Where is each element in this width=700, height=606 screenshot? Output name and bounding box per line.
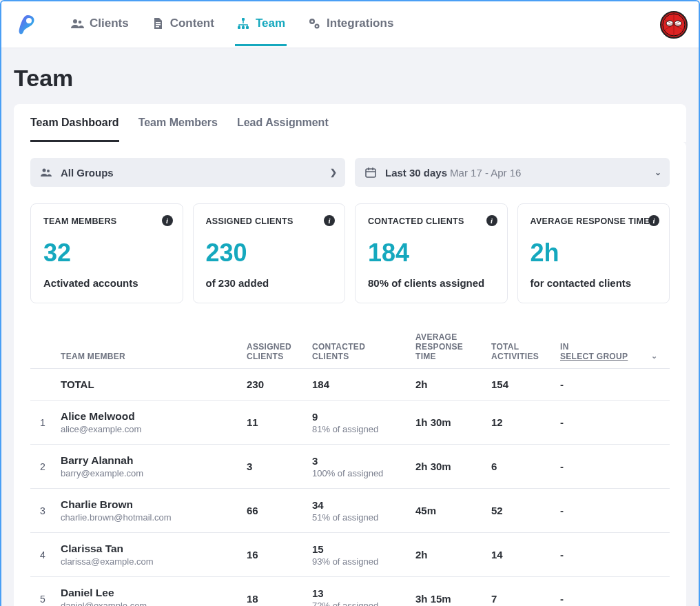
stat-sub: 80% of clients assigned	[368, 277, 495, 289]
stat-label: AVERAGE RESPONSE TIME	[531, 216, 657, 226]
stat-sub: of 230 added	[206, 277, 333, 289]
users-icon	[70, 17, 84, 30]
contacted-pct: 100% of assigned	[312, 468, 404, 478]
info-icon[interactable]: i	[648, 215, 659, 226]
activities-value: 6	[491, 461, 497, 472]
svg-point-11	[311, 21, 313, 23]
group-filter[interactable]: All Groups ❯	[30, 158, 345, 187]
assigned-value: 11	[247, 416, 258, 428]
select-group-link[interactable]: SELECT GROUP	[560, 352, 628, 361]
nav-content[interactable]: Content	[150, 3, 216, 46]
response-value: 3h 15m	[415, 593, 451, 605]
th-group[interactable]: IN SELECT GROUP ⌄	[555, 323, 670, 369]
table-row[interactable]: 4 Clarissa Tan clarissa@example.com 16 1…	[30, 533, 670, 577]
stat-sub: for contacted clients	[531, 277, 657, 289]
table-row-total: TOTAL 230 184 2h 154 -	[30, 369, 670, 401]
chevron-down-icon: ⌄	[655, 168, 661, 177]
member-name: Daniel Lee	[61, 587, 236, 599]
row-index: 2	[40, 461, 45, 472]
th-group-prefix: IN	[560, 342, 569, 352]
nav-clients[interactable]: Clients	[69, 3, 130, 46]
total-group: -	[555, 369, 670, 401]
contacted-value: 15	[312, 543, 404, 555]
date-filter-label: Last 30 days	[385, 167, 447, 179]
svg-rect-9	[246, 26, 249, 29]
member-email: daniel@example.com	[61, 600, 236, 606]
nav-team[interactable]: Team	[235, 3, 287, 46]
svg-point-1	[73, 19, 77, 23]
svg-rect-8	[242, 26, 245, 29]
stat-value: 2h	[531, 239, 657, 267]
contacted-value: 13	[312, 587, 404, 599]
group-value: -	[560, 549, 564, 560]
svg-rect-5	[156, 26, 159, 28]
info-icon[interactable]: i	[324, 215, 335, 226]
member-name: Charlie Brown	[61, 498, 236, 511]
stat-label: ASSIGNED CLIENTS	[206, 216, 333, 226]
filter-row: All Groups ❯ Last 30 days Mar 17 - Apr 1…	[30, 158, 670, 187]
tab-dashboard[interactable]: Team Dashboard	[30, 117, 119, 142]
th-response[interactable]: AVERAGE RESPONSE TIME	[410, 323, 486, 369]
chevron-right-icon: ❯	[330, 168, 337, 177]
users-icon	[40, 166, 52, 179]
group-value: -	[560, 505, 564, 516]
svg-point-17	[43, 169, 46, 172]
assigned-value: 3	[247, 461, 252, 472]
table-row[interactable]: 2 Barry Alannah barry@example.com 3 3 10…	[30, 445, 670, 489]
date-filter[interactable]: Last 30 days Mar 17 - Apr 16 ⌄	[355, 158, 670, 187]
contacted-value: 34	[312, 499, 404, 511]
svg-point-2	[79, 21, 82, 24]
group-value: -	[560, 416, 564, 428]
contacted-pct: 81% of assigned	[312, 424, 404, 434]
contacted-pct: 93% of assigned	[312, 556, 404, 567]
nav-integrations[interactable]: Integrations	[306, 3, 395, 46]
member-email: alice@example.com	[61, 424, 236, 434]
table-row[interactable]: 1 Alice Melwood alice@example.com 11 9 8…	[30, 401, 670, 445]
th-contacted[interactable]: CONTACTED CLIENTS	[307, 323, 410, 369]
total-label: TOTAL	[55, 369, 241, 401]
info-icon[interactable]: i	[162, 215, 173, 226]
svg-point-18	[47, 170, 50, 172]
th-assigned[interactable]: ASSIGNED CLIENTS	[241, 323, 307, 369]
date-filter-range: Mar 17 - Apr 16	[450, 167, 521, 179]
info-icon[interactable]: i	[486, 215, 497, 226]
tab-lead-assignment[interactable]: Lead Assignment	[237, 117, 329, 142]
member-name: Barry Alannah	[61, 454, 236, 467]
page-body: Team Team Dashboard Team Members Lead As…	[1, 48, 699, 606]
svg-rect-19	[366, 169, 375, 177]
stat-avg-response-time: AVERAGE RESPONSE TIME i 2h for contacted…	[517, 203, 670, 303]
th-member[interactable]: TEAM MEMBER	[55, 323, 241, 369]
stat-value: 184	[368, 239, 495, 267]
svg-rect-3	[156, 22, 161, 23]
assigned-value: 18	[247, 593, 258, 605]
table-row[interactable]: 3 Charlie Brown charlie.brown@hotmail.co…	[30, 489, 670, 533]
stat-label: TEAM MEMBERS	[43, 216, 170, 226]
contacted-value: 3	[312, 455, 404, 467]
user-avatar[interactable]	[660, 11, 688, 39]
topbar: Clients Content Team Integrations	[1, 1, 699, 48]
stat-sub: Activated accounts	[43, 277, 170, 289]
app-logo[interactable]	[15, 12, 40, 37]
total-activities: 154	[486, 369, 555, 401]
member-email: barry@example.com	[61, 468, 236, 478]
row-index: 4	[40, 549, 45, 560]
table-row[interactable]: 5 Daniel Lee daniel@example.com 18 13 72…	[30, 577, 670, 607]
activities-value: 12	[491, 416, 503, 428]
response-value: 2h 30m	[415, 461, 451, 472]
stat-assigned-clients: ASSIGNED CLIENTS i 230 of 230 added	[193, 203, 346, 303]
group-value: -	[560, 593, 564, 605]
activities-value: 7	[491, 593, 497, 605]
row-index: 3	[40, 505, 45, 516]
dashboard-panel: All Groups ❯ Last 30 days Mar 17 - Apr 1…	[14, 141, 686, 606]
assigned-value: 66	[247, 505, 258, 516]
member-name: Alice Melwood	[61, 410, 236, 423]
th-activities[interactable]: TOTAL ACTIVITIES	[486, 323, 555, 369]
response-value: 1h 30m	[415, 416, 451, 428]
sitemap-icon	[236, 17, 250, 30]
member-email: charlie.brown@hotmail.com	[61, 512, 236, 523]
response-value: 45m	[415, 505, 436, 516]
stat-contacted-clients: CONTACTED CLIENTS i 184 80% of clients a…	[355, 203, 508, 303]
total-contacted: 184	[307, 369, 410, 401]
assigned-value: 16	[247, 549, 258, 560]
tab-members[interactable]: Team Members	[138, 117, 218, 142]
